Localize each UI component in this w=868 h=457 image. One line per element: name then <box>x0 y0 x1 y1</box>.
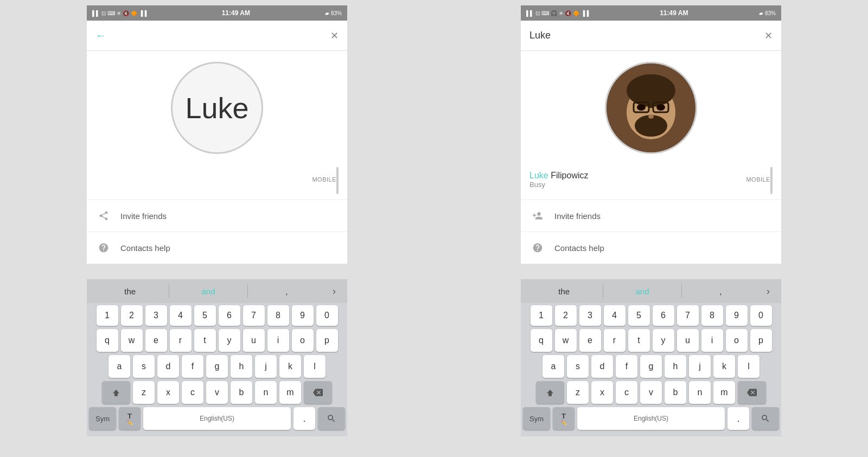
key-n-right[interactable]: n <box>689 381 711 404</box>
key-d-right[interactable]: d <box>591 355 613 378</box>
key-5-right[interactable]: 5 <box>628 305 650 326</box>
suggestions-bar-left[interactable]: the and , › <box>87 279 347 303</box>
key-i-right[interactable]: i <box>701 329 723 352</box>
key-w-right[interactable]: w <box>555 329 577 352</box>
key-6-right[interactable]: 6 <box>653 305 674 326</box>
key-b-left[interactable]: b <box>231 381 252 404</box>
key-e-right[interactable]: e <box>579 329 601 352</box>
key-8-left[interactable]: 8 <box>267 305 289 326</box>
key-v-left[interactable]: v <box>206 381 228 404</box>
key-sym-left[interactable]: Sym <box>89 407 116 430</box>
key-b-right[interactable]: b <box>665 381 686 404</box>
key-e-left[interactable]: e <box>145 329 167 352</box>
key-6-left[interactable]: 6 <box>219 305 240 326</box>
key-space-left[interactable]: English(US) <box>143 407 291 430</box>
key-m-right[interactable]: m <box>713 381 735 404</box>
arrow-icon-left[interactable]: › <box>326 286 343 297</box>
key-t-left[interactable]: t <box>194 329 216 352</box>
key-a-left[interactable]: a <box>108 355 130 378</box>
key-delete-left[interactable] <box>304 381 332 404</box>
key-c-left[interactable]: c <box>182 381 203 404</box>
key-f-right[interactable]: f <box>616 355 637 378</box>
key-o-left[interactable]: o <box>292 329 314 352</box>
key-x-left[interactable]: x <box>157 381 179 404</box>
key-7-right[interactable]: 7 <box>677 305 699 326</box>
key-j-right[interactable]: j <box>689 355 711 378</box>
key-y-right[interactable]: y <box>653 329 674 352</box>
key-0-right[interactable]: 0 <box>750 305 772 326</box>
key-shift-left[interactable] <box>102 381 130 404</box>
suggestion-comma-right[interactable]: , <box>682 282 760 300</box>
close-button-right[interactable]: ✕ <box>764 30 773 42</box>
suggestion-and-left[interactable]: and <box>169 282 247 300</box>
key-t-right[interactable]: t <box>628 329 650 352</box>
key-delete-right[interactable] <box>738 381 766 404</box>
invite-friends-left[interactable]: Invite friends <box>87 200 347 232</box>
key-2-left[interactable]: 2 <box>121 305 143 326</box>
key-9-right[interactable]: 9 <box>726 305 748 326</box>
invite-friends-right[interactable]: Invite friends <box>521 200 781 232</box>
key-y-left[interactable]: y <box>219 329 240 352</box>
key-m-left[interactable]: m <box>279 381 301 404</box>
contacts-help-left[interactable]: Contacts help <box>87 232 347 264</box>
key-r-left[interactable]: r <box>170 329 192 352</box>
key-5-left[interactable]: 5 <box>194 305 216 326</box>
key-search-right[interactable] <box>752 407 779 430</box>
key-x-right[interactable]: x <box>591 381 613 404</box>
key-s-left[interactable]: s <box>133 355 155 378</box>
key-t9-right[interactable]: T ✏️ <box>553 407 575 430</box>
key-f-left[interactable]: f <box>182 355 203 378</box>
key-u-left[interactable]: u <box>243 329 265 352</box>
key-7-left[interactable]: 7 <box>243 305 265 326</box>
close-button-left[interactable]: ✕ <box>330 30 339 42</box>
key-3-right[interactable]: 3 <box>579 305 601 326</box>
key-q-left[interactable]: q <box>97 329 118 352</box>
key-dot-left[interactable]: . <box>293 407 315 430</box>
key-sym-right[interactable]: Sym <box>523 407 550 430</box>
key-h-right[interactable]: h <box>665 355 686 378</box>
key-4-right[interactable]: 4 <box>604 305 626 326</box>
arrow-icon-right[interactable]: › <box>760 286 777 297</box>
contacts-help-right[interactable]: Contacts help <box>521 232 781 264</box>
key-l-left[interactable]: l <box>304 355 326 378</box>
key-c-right[interactable]: c <box>616 381 637 404</box>
key-space-right[interactable]: English(US) <box>577 407 725 430</box>
key-h-left[interactable]: h <box>231 355 252 378</box>
suggestion-the-left[interactable]: the <box>91 282 169 300</box>
key-search-left[interactable] <box>318 407 345 430</box>
key-g-right[interactable]: g <box>640 355 662 378</box>
back-button-left[interactable]: ← <box>95 29 106 42</box>
suggestion-the-right[interactable]: the <box>525 282 603 300</box>
key-s-right[interactable]: s <box>567 355 589 378</box>
key-i-left[interactable]: i <box>267 329 289 352</box>
key-k-right[interactable]: k <box>713 355 735 378</box>
key-3-left[interactable]: 3 <box>145 305 167 326</box>
key-o-right[interactable]: o <box>726 329 748 352</box>
key-l-right[interactable]: l <box>738 355 760 378</box>
suggestion-and-right[interactable]: and <box>603 282 681 300</box>
key-r-right[interactable]: r <box>604 329 626 352</box>
suggestions-bar-right[interactable]: the and , › <box>521 279 781 303</box>
key-g-left[interactable]: g <box>206 355 228 378</box>
key-v-right[interactable]: v <box>640 381 662 404</box>
key-dot-right[interactable]: . <box>727 407 749 430</box>
key-9-left[interactable]: 9 <box>292 305 314 326</box>
key-p-left[interactable]: p <box>316 329 338 352</box>
key-1-right[interactable]: 1 <box>531 305 552 326</box>
key-q-right[interactable]: q <box>531 329 552 352</box>
key-4-left[interactable]: 4 <box>170 305 192 326</box>
suggestion-comma-left[interactable]: , <box>248 282 326 300</box>
key-u-right[interactable]: u <box>677 329 699 352</box>
key-z-right[interactable]: z <box>567 381 589 404</box>
key-d-left[interactable]: d <box>157 355 179 378</box>
key-8-right[interactable]: 8 <box>701 305 723 326</box>
key-0-left[interactable]: 0 <box>316 305 338 326</box>
key-a-right[interactable]: a <box>542 355 564 378</box>
key-2-right[interactable]: 2 <box>555 305 577 326</box>
key-n-left[interactable]: n <box>255 381 277 404</box>
key-k-left[interactable]: k <box>279 355 301 378</box>
key-p-right[interactable]: p <box>750 329 772 352</box>
key-t9-left[interactable]: T ✏️ <box>119 407 141 430</box>
key-w-left[interactable]: w <box>121 329 143 352</box>
key-j-left[interactable]: j <box>255 355 277 378</box>
